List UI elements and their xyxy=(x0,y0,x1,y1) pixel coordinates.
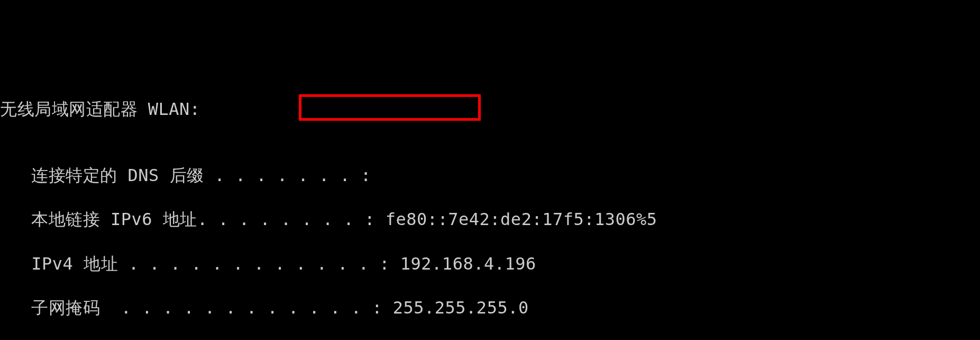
subnet-value: 255.255.255.0 xyxy=(393,297,529,319)
ipv6-value: fe80::7e42:de2:17f5:1306%5 xyxy=(386,209,657,231)
subnet-row: 子网掩码 . . . . . . . . . . . . : 255.255.2… xyxy=(0,297,980,319)
ipv4-value: 192.168.4.196 xyxy=(400,253,536,275)
adapter-wlan-header: 无线局域网适配器 WLAN: xyxy=(0,99,980,121)
dns-suffix-label: 连接特定的 DNS 后缀 . . . . . . . : xyxy=(0,165,371,187)
subnet-label: 子网掩码 . . . . . . . . . . . . : xyxy=(0,297,393,319)
ipv6-row: 本地链接 IPv6 地址. . . . . . . . : fe80::7e42… xyxy=(0,209,980,231)
ipv4-label: IPv4 地址 . . . . . . . . . . . . : xyxy=(0,253,400,275)
ipv6-label: 本地链接 IPv6 地址. . . . . . . . : xyxy=(0,209,386,231)
dns-suffix-row: 连接特定的 DNS 后缀 . . . . . . . : xyxy=(0,165,980,187)
ipv4-row: IPv4 地址 . . . . . . . . . . . . : 192.16… xyxy=(0,253,980,275)
adapter-header-text: 无线局域网适配器 WLAN: xyxy=(0,99,200,121)
